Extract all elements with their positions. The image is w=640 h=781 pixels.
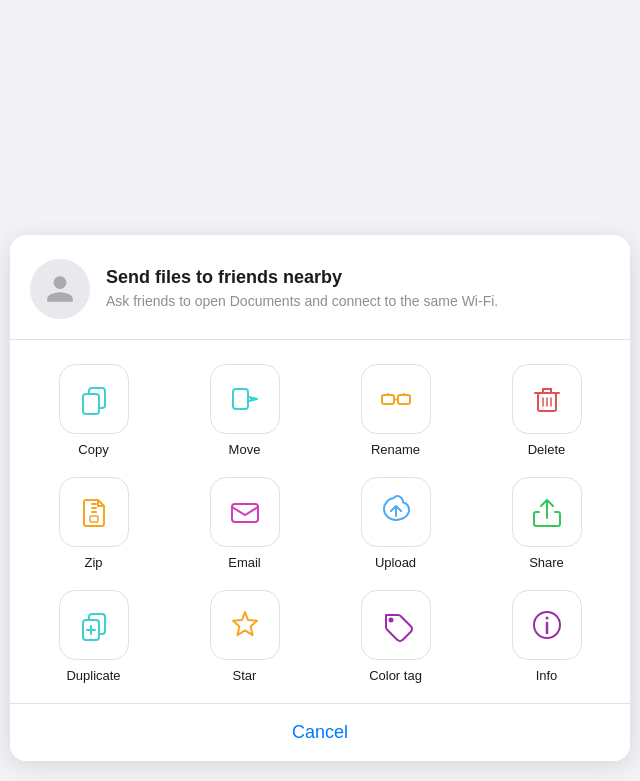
svg-point-27: [388, 618, 393, 623]
colortag-label: Color tag: [369, 668, 422, 683]
action-zip[interactable]: Zip: [18, 465, 169, 578]
rename-label: Rename: [371, 442, 420, 457]
svg-rect-5: [398, 395, 410, 404]
zip-label: Zip: [84, 555, 102, 570]
star-label: Star: [233, 668, 257, 683]
move-icon: [227, 381, 263, 417]
action-upload[interactable]: Upload: [320, 465, 471, 578]
rename-icon: [378, 381, 414, 417]
action-share[interactable]: Share: [471, 465, 622, 578]
copy-label: Copy: [78, 442, 108, 457]
svg-rect-4: [382, 395, 394, 404]
delete-icon: [529, 381, 565, 417]
action-duplicate[interactable]: Duplicate: [18, 578, 169, 691]
info-label: Info: [536, 668, 558, 683]
colortag-icon: [378, 607, 414, 643]
duplicate-icon: [76, 607, 112, 643]
move-label: Move: [229, 442, 261, 457]
upload-label: Upload: [375, 555, 416, 570]
action-copy[interactable]: Copy: [18, 352, 169, 465]
sheet-header: Send files to friends nearby Ask friends…: [10, 235, 630, 340]
svg-rect-2: [233, 389, 248, 409]
zip-icon: [76, 494, 112, 530]
action-delete[interactable]: Delete: [471, 352, 622, 465]
svg-rect-1: [83, 394, 99, 414]
duplicate-label: Duplicate: [66, 668, 120, 683]
star-icon: [227, 607, 263, 643]
share-label: Share: [529, 555, 564, 570]
cancel-button[interactable]: Cancel: [10, 703, 630, 761]
svg-point-30: [545, 617, 548, 620]
sheet-subtitle: Ask friends to open Documents and connec…: [106, 292, 498, 312]
action-star[interactable]: Star: [169, 578, 320, 691]
action-sheet: Send files to friends nearby Ask friends…: [10, 235, 630, 761]
copy-icon: [76, 381, 112, 417]
header-text-block: Send files to friends nearby Ask friends…: [106, 267, 498, 312]
action-rename[interactable]: Rename: [320, 352, 471, 465]
upload-icon: [378, 494, 414, 530]
avatar: [30, 259, 90, 319]
action-move[interactable]: Move: [169, 352, 320, 465]
svg-rect-21: [232, 504, 258, 522]
action-colortag[interactable]: Color tag: [320, 578, 471, 691]
email-icon: [227, 494, 263, 530]
actions-grid: Copy Move: [10, 340, 630, 703]
email-label: Email: [228, 555, 261, 570]
action-email[interactable]: Email: [169, 465, 320, 578]
action-info[interactable]: Info: [471, 578, 622, 691]
info-icon: [529, 607, 565, 643]
sheet-title: Send files to friends nearby: [106, 267, 498, 288]
delete-label: Delete: [528, 442, 566, 457]
share-icon: [529, 494, 565, 530]
person-icon: [44, 273, 76, 305]
svg-rect-20: [90, 516, 98, 522]
